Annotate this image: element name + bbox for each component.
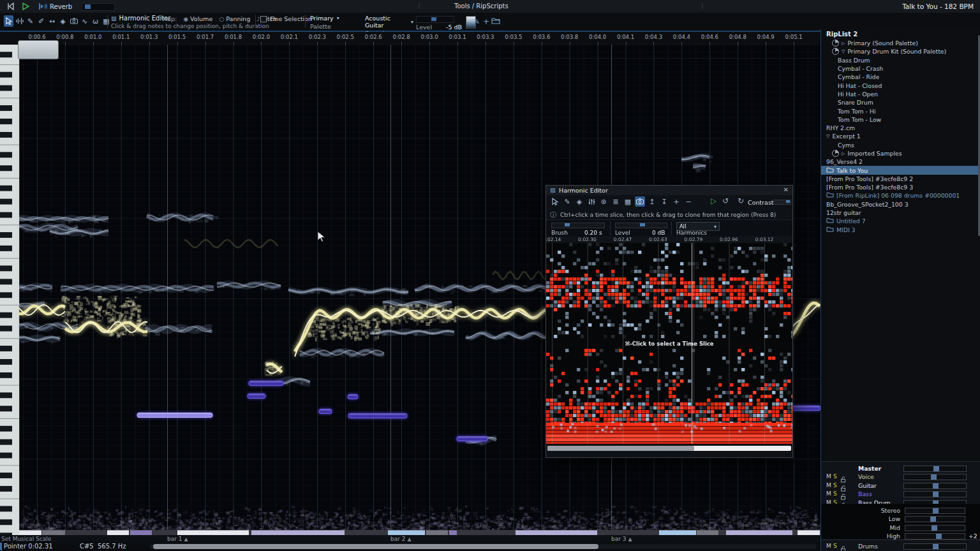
volume-slider[interactable] (903, 543, 967, 550)
reverb-slider-thumb[interactable] (85, 4, 91, 9)
he-scrollbar-thumb[interactable] (547, 446, 694, 451)
lower-bottom-tool-icon[interactable]: ↧ (659, 196, 669, 207)
riplist-item[interactable]: [From Pro Tools] #3ecfe8c9 2 (821, 175, 980, 183)
close-icon[interactable]: ✕ (783, 186, 789, 193)
skip-to-start-button[interactable] (6, 1, 15, 11)
riplist-item[interactable]: Hi Hat - Open (821, 90, 980, 98)
mute-button[interactable]: M (826, 473, 831, 480)
unlock-icon[interactable] (840, 543, 847, 551)
level-slider[interactable] (416, 16, 454, 23)
solo-button[interactable]: S (833, 473, 837, 480)
folder-open-icon[interactable] (491, 17, 500, 26)
curve-tool-icon[interactable]: ∿ (80, 15, 89, 27)
time-ruler[interactable]: 0:00.60:00.80:01.00:01.10:01.30:01.50:01… (0, 32, 820, 45)
volume-slider-thumb[interactable] (932, 525, 937, 531)
solo-button[interactable]: S (833, 543, 837, 549)
riplist-item[interactable]: Hi Hat - Closed (821, 81, 980, 89)
riplist-item[interactable]: Bb_Groove_SPocket2_100 3 (821, 200, 980, 209)
solo-button[interactable]: S (833, 482, 837, 489)
volume-slider[interactable] (903, 483, 967, 489)
add-icon[interactable]: + (483, 17, 489, 26)
menu-dots-icon[interactable]: ⋮ (416, 2, 422, 9)
mute-button[interactable]: M (826, 490, 831, 497)
riplist-item[interactable]: 12str guitar (821, 209, 980, 217)
zoom-scale-widget[interactable] (18, 40, 59, 59)
brush-tool-icon[interactable]: ✐ (36, 15, 46, 27)
waveform-tool-icon[interactable] (15, 15, 24, 27)
tools-ripscripts-menu[interactable]: Tools / RipScripts (454, 3, 509, 10)
volume-slider[interactable] (905, 525, 965, 531)
subtract-tool-icon[interactable]: − (683, 196, 694, 207)
volume-slider-thumb[interactable] (936, 534, 942, 539)
volume-slider-thumb[interactable] (930, 517, 936, 522)
riplist-item[interactable]: ▷Imported Samples (821, 149, 980, 158)
raise-top-tool-icon[interactable]: ↥ (647, 196, 657, 207)
volume-slider-thumb[interactable] (933, 544, 939, 549)
pointer-tool-icon[interactable] (4, 15, 13, 27)
pointer-tool-icon[interactable] (550, 196, 560, 207)
level-slider-thumb[interactable] (431, 17, 436, 21)
he-time-ruler[interactable]: 0:02.140:02.300:02.470:02.630:02.790:02.… (546, 236, 792, 243)
eraser-tool-icon[interactable]: ◈ (58, 15, 68, 27)
volume-slider[interactable] (905, 516, 965, 522)
volume-slider[interactable] (905, 508, 965, 514)
pencil-tool-icon[interactable]: ✎ (562, 196, 572, 207)
play-button[interactable] (22, 1, 30, 11)
he-history-icon[interactable]: ↺ (722, 196, 729, 205)
bar-marker[interactable]: bar 1 ▲ (167, 536, 188, 542)
move-tool-icon[interactable]: ↔ (47, 15, 57, 27)
reverb-button[interactable]: Reverb (38, 1, 72, 11)
map-option-panning[interactable]: ○Panning (219, 15, 250, 22)
he-refresh-icon[interactable]: ↻ (738, 196, 744, 205)
horizontal-scrollbar-thumb[interactable] (153, 544, 598, 549)
add-tool-icon[interactable]: + (671, 196, 681, 207)
riplist-item[interactable]: ▽Primary Drum Kit (Sound Palette) (821, 47, 980, 55)
camera-tool-icon[interactable] (69, 15, 78, 27)
map-option-volume[interactable]: ◉Volume (183, 15, 212, 22)
brush-slider-thumb[interactable] (565, 223, 570, 226)
he-level-slider-thumb[interactable] (640, 223, 645, 226)
riplist-item[interactable]: Cymbal - Crash (821, 64, 980, 73)
eraser-tool-icon[interactable]: ◈ (574, 196, 584, 207)
brush-slider[interactable] (551, 223, 605, 228)
riplist-item[interactable]: [From RipLink] 06 098 drums #00000001 (821, 191, 980, 200)
riplist-item[interactable]: 96_Verse4 2 (821, 158, 980, 166)
collapse-icon[interactable]: ▽ (842, 49, 845, 54)
volume-slider-thumb[interactable] (931, 474, 937, 480)
reverb-slider[interactable] (82, 3, 115, 11)
he-scrollbar[interactable] (547, 446, 791, 451)
solo-button[interactable]: S (833, 490, 837, 497)
riplist-item[interactable]: Snare Drum (821, 98, 980, 107)
camera-tool-icon[interactable] (635, 196, 645, 207)
set-musical-scale-label[interactable]: Set Musical Scale (1, 536, 51, 542)
contrast-slider-thumb[interactable] (786, 200, 790, 203)
riplist-item[interactable]: Bass Drum (821, 56, 980, 64)
stamp-tool-icon[interactable]: ▦ (101, 15, 111, 27)
harmonic-editor-titlebar[interactable]: ▨ Harmonic Editor ✕ (546, 186, 792, 195)
riplist-item[interactable]: Untitled 7 (821, 217, 980, 225)
bar-marker[interactable]: bar 2 ▲ (390, 536, 412, 542)
volume-slider-thumb[interactable] (933, 466, 939, 471)
riplist-item[interactable]: Tom Tom - Low (821, 115, 980, 124)
riplist-item[interactable]: Tom Tom - Hi (821, 107, 980, 115)
riplist-item[interactable]: MIDI 3 (821, 226, 980, 234)
he-play-button[interactable]: ▷ (711, 196, 716, 205)
contrast-slider[interactable] (773, 200, 791, 205)
riplist-item[interactable]: Cyms (821, 141, 980, 149)
mute-button[interactable]: M (826, 543, 831, 549)
riplist-item[interactable]: Cymbal - Ride (821, 73, 980, 81)
stamp-tool-icon[interactable]: ▦ (623, 196, 633, 207)
volume-slider[interactable] (903, 474, 967, 480)
volume-slider[interactable] (905, 533, 965, 540)
riplist-item[interactable]: Talk to You (821, 166, 980, 174)
mute-button[interactable]: M (826, 482, 831, 489)
clone-tool-icon[interactable]: ⊛ (598, 196, 609, 207)
expand-icon[interactable]: ▷ (842, 41, 845, 46)
collapse-icon[interactable]: ▽ (826, 134, 829, 139)
pencil-tool-icon[interactable]: ✎ (26, 15, 35, 27)
volume-slider-thumb[interactable] (933, 492, 939, 497)
levels-tool-icon[interactable] (586, 196, 597, 207)
riplist-item[interactable]: [From Pro Tools] #3ecfe8c9 3 (821, 183, 980, 191)
lines-tool-icon[interactable]: ≣ (611, 196, 621, 207)
riplist-item[interactable]: RHY 2.cm (821, 124, 980, 132)
